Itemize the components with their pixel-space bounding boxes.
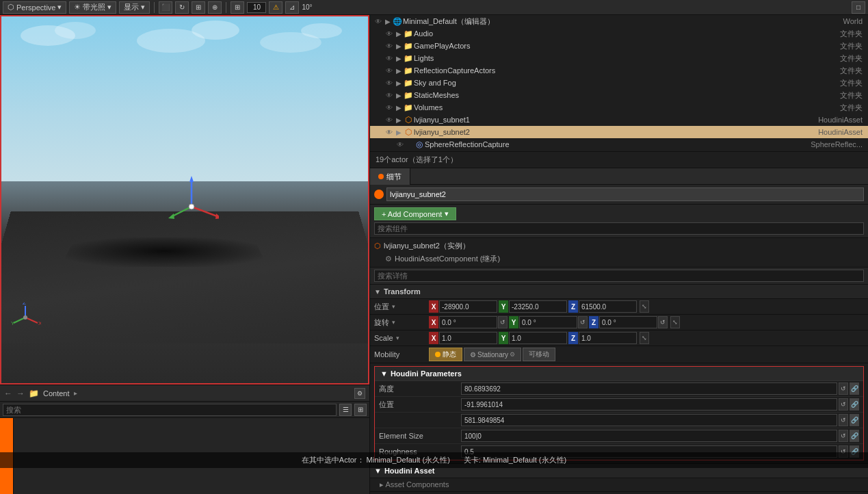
content-filter-button[interactable]: ☰ (339, 404, 352, 416)
rot-z-input[interactable] (599, 316, 657, 328)
houdini-params-header[interactable]: ▼ Houdini Parameters (375, 367, 863, 381)
rot-z-reset-button[interactable]: ↺ (658, 316, 668, 328)
element-size-reset-button[interactable]: ↺ (839, 430, 848, 442)
rot-x-input[interactable] (439, 316, 497, 328)
viewport[interactable]: X Y Z (0, 15, 369, 385)
eye-icon[interactable]: 👁 (384, 92, 395, 99)
warning-icon: ⚠ (269, 1, 282, 14)
expand-icon[interactable]: ▶ (395, 116, 403, 124)
houdini-pos2-lock-button[interactable]: 🔗 (850, 414, 859, 426)
rot-expand-button[interactable]: ⤡ (670, 316, 680, 328)
scale-y-input[interactable] (509, 332, 567, 344)
actor-name-input[interactable] (386, 187, 864, 201)
expand-icon[interactable]: ▶ (395, 42, 403, 50)
outliner-item[interactable]: 👁 ▶ 📁 Volumes 文件夹 (370, 101, 868, 114)
position-dropdown-icon[interactable]: ▾ (392, 303, 395, 310)
expand-icon[interactable]: ▶ (395, 30, 403, 38)
rot-y-reset-button[interactable]: ↺ (578, 316, 588, 328)
height-input[interactable] (461, 382, 837, 395)
rot-y-input[interactable] (519, 316, 577, 328)
pos-x-input[interactable] (439, 300, 497, 313)
houdini-pos1-reset-button[interactable]: ↺ (839, 398, 848, 411)
position-label: 位置 ▾ (374, 302, 429, 312)
height-reset-button[interactable]: ↺ (839, 382, 848, 395)
nav-forward-button[interactable]: → (16, 389, 25, 398)
grid-size-input[interactable] (247, 2, 266, 13)
translate-button[interactable]: ⬛ (159, 1, 172, 14)
outliner-item[interactable]: 👁 ▶ 📁 StaticMeshes 文件夹 (370, 89, 868, 101)
houdini-pos-input2[interactable] (461, 414, 837, 426)
element-size-input[interactable] (461, 430, 837, 442)
outliner-item-selected[interactable]: 👁 ▶ ⬡ lvjianyu_subnet2 HoudiniAsset (370, 126, 868, 138)
content-view-button[interactable]: ⊞ (354, 404, 367, 416)
expand-icon[interactable]: ▶ (395, 79, 403, 87)
eye-icon[interactable]: 👁 (384, 104, 395, 112)
houdini-pos2-reset-button[interactable]: ↺ (839, 414, 848, 426)
content-settings-button[interactable]: ⚙ (354, 388, 365, 399)
stationary-button[interactable]: ⚙ Stationary ⚙ (464, 348, 521, 361)
eye-icon[interactable]: 👁 (384, 42, 395, 50)
search-component-input[interactable] (374, 222, 864, 235)
perspective-button[interactable]: ⬡ Perspective ▾ (3, 1, 66, 14)
outliner[interactable]: 👁 ▶ 🌐 Minimal_Default（编辑器） World 👁 ▶ 📁 A… (370, 15, 868, 152)
angle-button[interactable]: ⊿ (285, 1, 299, 14)
pos-y-input[interactable] (509, 300, 567, 313)
display-button[interactable]: 显示 ▾ (119, 1, 150, 14)
add-component-button[interactable]: + Add Component ▾ (374, 207, 456, 220)
scale-button[interactable]: ⊞ (192, 1, 205, 14)
grid-button[interactable]: ⊞ (231, 1, 244, 14)
eye-icon[interactable]: 👁 (384, 30, 395, 38)
outliner-item[interactable]: 👁 ▶ 📁 Sky and Fog 文件夹 (370, 77, 868, 89)
eye-icon[interactable]: 👁 (395, 141, 406, 148)
item-type: 文件夹 (840, 78, 865, 88)
expand-icon[interactable]: ▶ (384, 18, 392, 25)
rotate-button[interactable]: ↻ (175, 1, 189, 14)
rot-x-reset-button[interactable]: ↺ (498, 316, 508, 328)
expand-icon[interactable]: ▶ (395, 55, 403, 62)
scale-dropdown-icon[interactable]: ▾ (396, 335, 399, 341)
eye-icon[interactable]: 👁 (373, 18, 384, 25)
outliner-item[interactable]: 👁 ▶ ⬡ lvjianyu_subnet1 HoudiniAsset (370, 114, 868, 126)
eye-icon[interactable]: 👁 (384, 79, 395, 87)
eye-icon[interactable]: 👁 (384, 129, 395, 136)
pos-z-input[interactable] (579, 300, 637, 313)
eye-icon[interactable]: 👁 (384, 55, 395, 62)
expand-icon[interactable]: ▶ (395, 129, 403, 136)
outliner-item[interactable]: 👁 ◎ SphereReflectionCapture SphereReflec… (370, 138, 868, 151)
nav-back-button[interactable]: ← (4, 389, 12, 398)
details-tab[interactable]: 细节 (370, 168, 410, 185)
outliner-item[interactable]: 👁 ▶ 🌐 Minimal_Default（编辑器） World (370, 15, 868, 27)
outliner-item[interactable]: 👁 ▶ 📁 ReflectionCaptureActors 文件夹 (370, 64, 868, 77)
expand-icon[interactable]: ▶ (395, 67, 403, 75)
outliner-item[interactable]: 👁 ▶ 📁 Lights 文件夹 (370, 52, 868, 64)
houdini-pos1-lock-button[interactable]: 🔗 (850, 398, 859, 411)
expand-icon[interactable]: ▶ (395, 104, 403, 112)
folder-icon: 📁 (403, 42, 414, 51)
content-search-input[interactable] (3, 404, 337, 416)
houdini-pos-input-group1: ↺ 🔗 (461, 398, 859, 411)
outliner-item[interactable]: 👁 ▶ 📁 GamePlayActors 文件夹 (370, 40, 868, 52)
keymap-info-text: 关卡: Minimal_Default (永久性) (464, 455, 566, 465)
static-button[interactable]: 静态 (429, 348, 462, 361)
height-lock-button[interactable]: 🔗 (850, 382, 859, 395)
world-button[interactable]: ⊕ (208, 1, 222, 14)
scale-z-input[interactable] (579, 332, 637, 344)
eye-icon[interactable]: 👁 (384, 116, 395, 124)
eye-icon[interactable]: 👁 (384, 67, 395, 75)
scale-x-input[interactable] (439, 332, 497, 344)
expand-icon[interactable]: ▶ (395, 92, 403, 99)
outliner-item[interactable]: 👁 ▶ 📁 Audio 文件夹 (370, 27, 868, 40)
asset-components-row[interactable]: ▸ Asset Components (370, 478, 868, 492)
maximize-button[interactable]: □ (852, 1, 865, 14)
content-toolbar: ☰ ⊞ (0, 402, 369, 418)
houdini-pos-input1[interactable] (461, 398, 837, 411)
search-details-input[interactable] (374, 270, 864, 282)
transform-section-header[interactable]: ▼ Transform (370, 285, 868, 299)
scale-expand-button[interactable]: ⤡ (640, 332, 649, 344)
element-size-lock-button[interactable]: 🔗 (850, 430, 859, 442)
search-details-row (370, 268, 868, 285)
rotation-dropdown-icon[interactable]: ▾ (392, 319, 395, 326)
lit-button[interactable]: ☀ 带光照 ▾ (69, 1, 116, 14)
pos-expand-button[interactable]: ⤡ (640, 300, 649, 313)
movable-button[interactable]: 可移动 (523, 348, 555, 361)
